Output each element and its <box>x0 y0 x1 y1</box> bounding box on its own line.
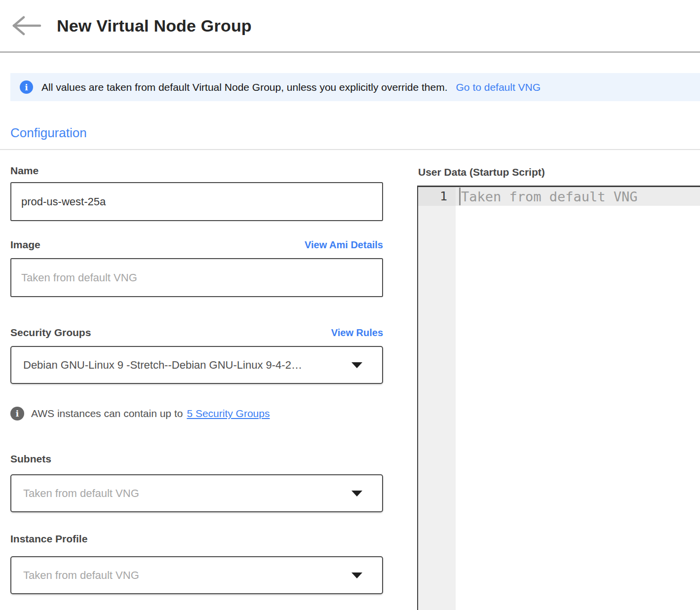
chevron-down-icon <box>351 491 362 496</box>
user-data-section: User Data (Startup Script) 1 Taken from … <box>417 165 700 610</box>
page-header: New Virtual Node Group <box>0 0 700 37</box>
header-divider <box>0 51 700 53</box>
go-to-default-vng-link[interactable]: Go to default VNG <box>456 81 541 93</box>
subnets-dropdown[interactable]: Taken from default VNG <box>10 474 383 512</box>
subnets-field-block: Subnets Taken from default VNG <box>10 452 383 512</box>
instance-profile-label: Instance Profile <box>10 532 383 545</box>
section-divider <box>0 149 700 150</box>
user-data-label: User Data (Startup Script) <box>418 165 700 179</box>
name-label: Name <box>10 164 383 177</box>
text-cursor <box>459 188 461 205</box>
security-groups-field-block: Security Groups View Rules Debian GNU-Li… <box>10 326 383 384</box>
editor-gutter <box>418 206 456 610</box>
editor-line-1[interactable]: 1 Taken from default VNG <box>418 187 700 206</box>
configuration-form: Name Image View Ami Details Security Gro… <box>10 164 383 594</box>
security-groups-info-text: AWS instances can contain up to <box>31 408 183 419</box>
editor-placeholder-text: Taken from default VNG <box>461 189 638 204</box>
editor-empty-area[interactable] <box>418 206 700 610</box>
back-arrow-icon[interactable] <box>10 16 42 36</box>
instance-profile-placeholder: Taken from default VNG <box>23 569 139 582</box>
subnets-label: Subnets <box>10 452 383 465</box>
security-groups-label: Security Groups <box>10 326 91 339</box>
name-input[interactable] <box>10 182 383 221</box>
info-icon: i <box>10 407 24 420</box>
image-field-block: Image View Ami Details <box>10 238 383 326</box>
chevron-down-icon <box>351 362 362 368</box>
security-groups-selected-value: Debian GNU-Linux 9 -Stretch--Debian GNU-… <box>23 359 302 372</box>
security-groups-info-row: i AWS instances can contain up to 5 Secu… <box>10 407 383 420</box>
view-rules-link[interactable]: View Rules <box>331 327 383 339</box>
info-banner: i All values are taken from default Virt… <box>10 73 700 101</box>
editor-line-content[interactable]: Taken from default VNG <box>456 187 700 206</box>
editor-line-number: 1 <box>418 187 456 206</box>
security-groups-limit-link[interactable]: 5 Security Groups <box>187 408 270 419</box>
info-icon: i <box>20 80 33 94</box>
user-data-editor[interactable]: 1 Taken from default VNG <box>417 186 700 610</box>
image-input[interactable] <box>10 258 383 297</box>
banner-message: All values are taken from default Virtua… <box>41 81 448 93</box>
name-field-block: Name <box>10 164 383 238</box>
instance-profile-field-block: Instance Profile Taken from default VNG <box>10 532 383 594</box>
subnets-placeholder: Taken from default VNG <box>23 487 139 500</box>
image-label: Image <box>10 238 40 251</box>
page-title: New Virtual Node Group <box>57 15 252 37</box>
security-groups-dropdown[interactable]: Debian GNU-Linux 9 -Stretch--Debian GNU-… <box>10 346 383 384</box>
configuration-section-title: Configuration <box>10 125 700 141</box>
view-ami-details-link[interactable]: View Ami Details <box>305 239 383 251</box>
instance-profile-dropdown[interactable]: Taken from default VNG <box>10 556 383 594</box>
editor-content-area[interactable] <box>456 206 700 610</box>
chevron-down-icon <box>351 572 362 578</box>
